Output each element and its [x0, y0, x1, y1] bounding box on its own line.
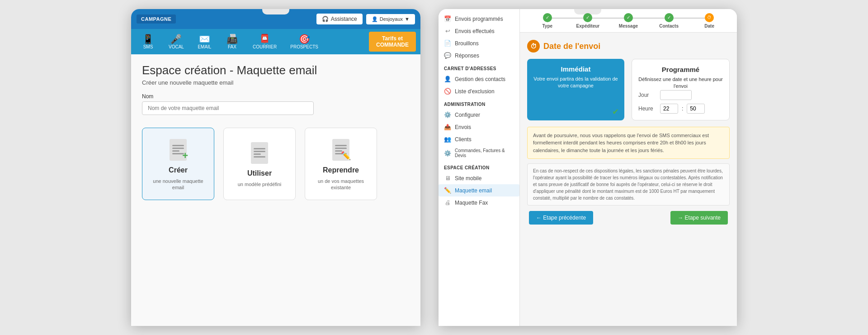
- fax2-icon: 🖨: [444, 199, 451, 206]
- step-date-circle: ⏱: [705, 13, 714, 22]
- sidebar-section-admin: ADMINISTRATION: [439, 97, 519, 109]
- email-icon: ✉️: [199, 34, 210, 43]
- option-reprendre[interactable]: ✏️ Reprendre un de vos maquettes existan…: [305, 128, 377, 200]
- option-creer[interactable]: + Créer une nouvelle maquette email: [142, 128, 214, 200]
- sidebar-item-commandes[interactable]: ⚙️ Commandes, Factures & Devis: [439, 145, 519, 161]
- check-icon: ✔: [612, 107, 619, 117]
- date-section-title: ⏱ Date de l'envoi: [527, 40, 730, 53]
- prev-step-button[interactable]: ← Etape précédente: [529, 211, 593, 225]
- step-contacts-label: Contacts: [659, 24, 679, 29]
- sidebar-item-envois-effectues[interactable]: ↩ Envois effectués: [439, 25, 519, 37]
- vocal-icon: 🎤: [170, 34, 182, 43]
- step-message-label: Message: [619, 24, 638, 29]
- sidebar: 📅 Envois programmés ↩ Envois effectués 📄…: [439, 9, 520, 326]
- minutes-input[interactable]: [687, 104, 705, 114]
- send-icon: 📤: [444, 124, 451, 130]
- commandes-icon: ⚙️: [444, 150, 451, 157]
- heure-input[interactable]: [660, 104, 678, 114]
- step-expediteur: ✓ Expéditeur: [568, 13, 609, 29]
- step-date-label: Date: [704, 24, 714, 29]
- sidebar-item-maquette-email[interactable]: ✏️ Maquette email: [439, 184, 519, 196]
- settings-icon: ⚙️: [444, 111, 451, 118]
- utiliser-icon: [250, 140, 269, 164]
- scheduled-fields: Jour Heure :: [638, 90, 723, 114]
- sidebar-item-maquette-fax[interactable]: 🖨 Maquette Fax: [439, 196, 519, 209]
- nav-email[interactable]: ✉️ EMAIL: [192, 33, 217, 51]
- main-content: Espace création - Maquette email Créer u…: [131, 54, 420, 326]
- date-content: ⏱ Date de l'envoi Immédiat Votre envoi p…: [520, 33, 737, 232]
- sidebar-item-configurer[interactable]: ⚙️ Configurer: [439, 109, 519, 121]
- mobile-icon: 🖥: [444, 175, 451, 182]
- nav-prospects[interactable]: 🎯 PROSPECTS: [285, 33, 324, 51]
- contacts-icon: 👤: [444, 76, 451, 82]
- step-message: ✓ Message: [608, 13, 649, 29]
- page-subtitle: Créer une nouvelle maquette email: [142, 79, 410, 86]
- date-icon: ⏱: [527, 40, 540, 53]
- nav-courrier[interactable]: 📮 COURRIER: [247, 33, 282, 51]
- left-screen: CAMPAGNE 🎧 Assistance 👤 Desjoyaux ▼ 📱 SM…: [131, 9, 420, 326]
- step-contacts: ✓ Contacts: [649, 13, 689, 29]
- utiliser-subtitle: un modèle prédéfini: [238, 181, 282, 187]
- fax-icon: 📠: [226, 34, 238, 43]
- jour-label: Jour: [638, 92, 656, 98]
- step-type-label: Type: [542, 24, 552, 29]
- scheduled-subtitle: Définissez une date et une heure pour l'…: [638, 76, 723, 90]
- sidebar-item-clients[interactable]: 👥 Clients: [439, 133, 519, 145]
- send-immediate-card[interactable]: Immédiat Votre envoi partira dès la vali…: [527, 59, 624, 120]
- right-main: ✓ Type ✓ Expéditeur ✓ Message ✓ Contacts…: [520, 9, 737, 326]
- nav-fax[interactable]: 📠 FAX: [220, 33, 245, 51]
- reprendre-subtitle: un de vos maquettes existante: [312, 178, 369, 191]
- action-bar: ← Etape précédente → Etape suivante: [527, 211, 730, 225]
- scheduled-title: Programmé: [638, 66, 723, 73]
- time-separator: :: [682, 105, 683, 112]
- template-options: + Créer une nouvelle maquette email Util…: [142, 128, 410, 200]
- maquette-name-input[interactable]: [142, 101, 314, 115]
- sidebar-item-contacts[interactable]: 👤 Gestion des contacts: [439, 73, 519, 85]
- step-type: ✓ Type: [527, 13, 568, 29]
- tarifs-button[interactable]: Tarifs et COMMANDE: [369, 32, 416, 52]
- nav-sms[interactable]: 📱 SMS: [136, 33, 160, 51]
- reply-icon: 💬: [444, 52, 451, 59]
- sidebar-item-brouillons[interactable]: 📄 Brouillons: [439, 37, 519, 49]
- prospects-icon: 🎯: [299, 34, 310, 43]
- reprendre-icon: ✏️: [331, 137, 351, 161]
- form-label: Nom: [142, 93, 410, 100]
- step-expediteur-circle: ✓: [583, 13, 592, 22]
- user-menu-button[interactable]: 👤 Desjoyaux ▼: [366, 14, 415, 24]
- sidebar-item-reponses[interactable]: 💬 Réponses: [439, 49, 519, 62]
- sidebar-section-contacts: CARNET D'ADRESSES: [439, 62, 519, 73]
- nav-vocal[interactable]: 🎤 VOCAL: [163, 33, 189, 51]
- immediate-title: Immédiat: [533, 65, 618, 73]
- sidebar-item-exclusion[interactable]: 🚫 Liste d'exclusion: [439, 85, 519, 97]
- user-icon: 👤: [372, 16, 378, 22]
- creer-subtitle: une nouvelle maquette email: [150, 178, 207, 191]
- send-scheduled-card[interactable]: Programmé Définissez une date et une heu…: [632, 59, 730, 120]
- campaign-badge: CAMPAGNE: [137, 14, 176, 24]
- jour-field-row: Jour: [638, 90, 723, 100]
- edit-icon: ✏️: [444, 187, 451, 194]
- top-bar-right: 🎧 Assistance 👤 Desjoyaux ▼: [316, 14, 415, 24]
- top-bar-left: CAMPAGNE: [137, 14, 176, 24]
- nav-bar: 📱 SMS 🎤 VOCAL ✉️ EMAIL 📠 FAX 📮 COURRIER …: [131, 29, 420, 54]
- jour-input[interactable]: [660, 90, 692, 100]
- step-expediteur-label: Expéditeur: [576, 24, 600, 29]
- assistance-button[interactable]: 🎧 Assistance: [316, 14, 363, 24]
- legal-box: En cas de non-respect de ces disposition…: [527, 163, 730, 206]
- send-options: Immédiat Votre envoi partira dès la vali…: [527, 59, 730, 120]
- step-contacts-circle: ✓: [665, 13, 674, 22]
- calendar-icon: 📅: [444, 15, 451, 22]
- option-utiliser[interactable]: Utiliser un modèle prédéfini: [223, 128, 296, 200]
- steps-bar: ✓ Type ✓ Expéditeur ✓ Message ✓ Contacts…: [520, 9, 737, 33]
- creer-title: Créer: [169, 166, 188, 174]
- step-type-circle: ✓: [543, 13, 552, 22]
- pencil-icon: ✏️: [341, 151, 351, 161]
- right-screen: 📅 Envois programmés ↩ Envois effectués 📄…: [439, 9, 737, 326]
- heure-field-row: Heure :: [638, 104, 723, 114]
- headphone-icon: 🎧: [322, 16, 329, 22]
- warning-box: Avant de poursuivre, nous vous rappelons…: [527, 127, 730, 159]
- sidebar-item-site-mobile[interactable]: 🖥 Site mobile: [439, 172, 519, 184]
- sidebar-item-envois[interactable]: 📤 Envois: [439, 121, 519, 133]
- sidebar-item-envois-programmes[interactable]: 📅 Envois programmés: [439, 13, 519, 25]
- courrier-icon: 📮: [259, 34, 270, 43]
- next-step-button[interactable]: → Etape suivante: [670, 211, 728, 225]
